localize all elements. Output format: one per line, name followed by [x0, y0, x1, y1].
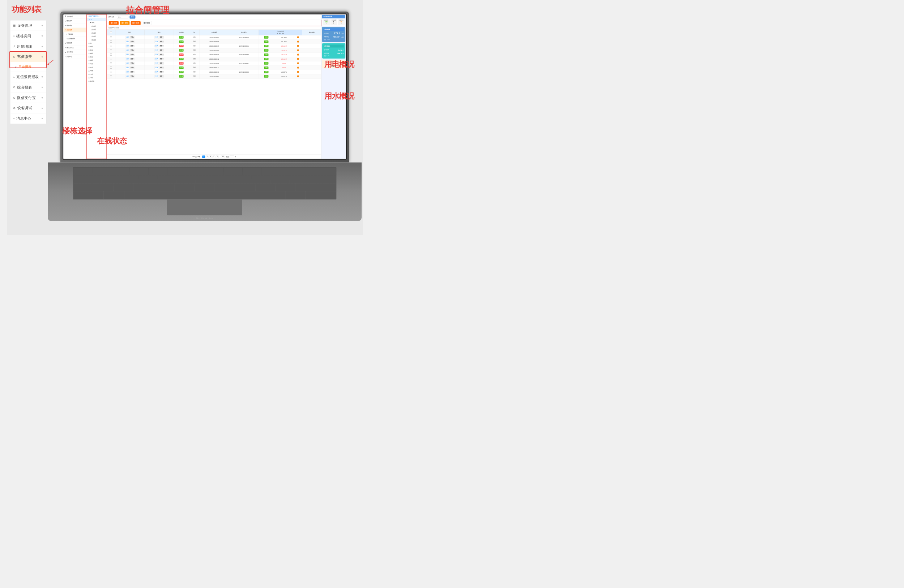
key[interactable]: [296, 184, 336, 191]
tree-4e[interactable]: □ 4#东: [87, 55, 106, 59]
spacebar-key[interactable]: [124, 191, 285, 199]
row-checkbox-5[interactable]: [110, 54, 112, 55]
tree-4n[interactable]: □ 4#西: [87, 52, 106, 55]
row-checkbox-8[interactable]: [110, 66, 112, 68]
valve-open-3[interactable]: 合闸: [125, 45, 130, 48]
sidebar-item-device-test[interactable]: ⚙ 设备调试 ∨: [10, 103, 46, 114]
tree-7n[interactable]: □ 7#北: [87, 73, 106, 76]
more-btn-6b[interactable]: 更多∨: [159, 58, 164, 60]
page-btn-4[interactable]: 4: [213, 155, 215, 158]
key[interactable]: [233, 176, 251, 183]
key[interactable]: [120, 176, 139, 183]
key[interactable]: [111, 168, 130, 175]
more-btn-10a[interactable]: 更多∨: [130, 75, 134, 78]
more-btn-4b[interactable]: 更多∨: [159, 49, 164, 52]
key[interactable]: [92, 168, 111, 175]
close-valve-btn-1[interactable]: 循环拉闸: [120, 21, 130, 25]
row-checkbox-6[interactable]: [110, 58, 112, 60]
more-btn-2b[interactable]: 更多∨: [159, 41, 164, 43]
row-checkbox-10[interactable]: [110, 75, 112, 77]
valve-close-8[interactable]: 拉闸: [155, 66, 159, 69]
more-btn-9a[interactable]: 更多∨: [130, 71, 134, 73]
key[interactable]: [186, 168, 205, 175]
key[interactable]: [270, 176, 289, 183]
key[interactable]: [285, 191, 305, 199]
valve-open-5[interactable]: 合闸: [125, 54, 130, 57]
tree-1f[interactable]: ▼ 1#: [87, 18, 106, 21]
key[interactable]: [158, 176, 176, 183]
tree-floor2[interactable]: □ 第2层: [87, 28, 106, 32]
sidebar-item-recharge-report[interactable]: □ 充值缴费报表 ∨: [10, 72, 46, 82]
more-btn-5b[interactable]: 更多∨: [159, 54, 164, 56]
inner-message-item[interactable]: ○ 消息中心: [63, 54, 87, 58]
more-btn-8a[interactable]: 更多∨: [130, 66, 134, 69]
key[interactable]: [280, 168, 299, 175]
key[interactable]: [102, 176, 120, 183]
key[interactable]: [224, 168, 242, 175]
more-btn-3a[interactable]: 更多∨: [130, 45, 134, 47]
more-btn-1b[interactable]: 更多∨: [159, 36, 164, 39]
key[interactable]: [308, 176, 336, 183]
key[interactable]: [306, 191, 336, 199]
key[interactable]: [174, 184, 194, 191]
key[interactable]: [134, 184, 154, 191]
more-btn-6a[interactable]: 更多∨: [130, 58, 134, 60]
sidebar-item-recharge[interactable]: ⊙ 充值缴费 ∨: [10, 52, 46, 62]
key[interactable]: [235, 184, 255, 191]
valve-close-4[interactable]: 拉闸: [155, 49, 159, 52]
sidebar-item-message[interactable]: ○ 消息中心 ∨: [10, 114, 46, 124]
outline-valve-btn[interactable]: 循环拉闸: [142, 21, 152, 25]
inner-recharge-report-item[interactable]: □ 充值缴费报表: [63, 36, 87, 41]
page-btn-13[interactable]: 13: [221, 155, 224, 158]
key[interactable]: [255, 184, 275, 191]
key[interactable]: [73, 176, 101, 183]
tree-floor5[interactable]: □ 第5层: [87, 38, 106, 42]
tree-5e[interactable]: □ 5#东: [87, 62, 106, 66]
trackpad[interactable]: [167, 199, 242, 215]
valve-close-7[interactable]: 拉闸: [155, 62, 159, 65]
tree-3e[interactable]: □ 3#东: [87, 49, 106, 52]
key[interactable]: [205, 168, 223, 175]
key[interactable]: [168, 168, 186, 175]
tree-floor1[interactable]: □ 第1层: [87, 25, 106, 28]
page-btn-5[interactable]: 5: [216, 155, 219, 158]
valve-open-10[interactable]: 合闸: [125, 75, 130, 78]
row-checkbox-4[interactable]: [110, 49, 112, 51]
tree-root[interactable]: □ 标准产城股份样...: [87, 14, 106, 18]
inner-device-item[interactable]: ☰ 设备管理: [63, 14, 87, 19]
tree-2f[interactable]: □ 2#: [87, 42, 106, 45]
valve-open-7[interactable]: 合闸: [125, 62, 130, 65]
more-btn-4a[interactable]: 更多∨: [130, 49, 134, 52]
valve-close-3[interactable]: 拉闸: [155, 45, 159, 48]
row-checkbox-1[interactable]: [110, 36, 112, 38]
row-checkbox-2[interactable]: [110, 41, 112, 42]
more-btn-10b[interactable]: 更多∨: [159, 75, 164, 78]
key[interactable]: [139, 176, 158, 183]
key[interactable]: [73, 168, 92, 175]
valve-close-1[interactable]: 拉闸: [155, 36, 159, 39]
more-btn-2a[interactable]: 更多∨: [130, 41, 134, 43]
valve-open-6[interactable]: 合闸: [125, 58, 130, 61]
goto-input[interactable]: [230, 155, 234, 158]
valve-open-2[interactable]: 合闸: [125, 41, 130, 43]
more-btn-1a[interactable]: 更多∨: [130, 36, 134, 39]
valve-close-10[interactable]: 拉闸: [155, 75, 159, 78]
key[interactable]: [194, 184, 215, 191]
inner-wechat-item[interactable]: ⊙ 微信支付宝: [63, 46, 87, 50]
valve-close-6[interactable]: 拉闸: [155, 58, 159, 61]
inner-device-test-item[interactable]: ⚙ 设备调试: [63, 50, 87, 54]
valve-open-4[interactable]: 合闸: [125, 49, 130, 52]
sidebar-item-report[interactable]: ✓ 用电报表: [10, 62, 46, 72]
key[interactable]: [104, 191, 124, 199]
key[interactable]: [73, 191, 103, 199]
inner-usage-item[interactable]: ↗ 用能明细: [63, 23, 87, 27]
more-btn-8b[interactable]: 更多∨: [159, 66, 164, 69]
valve-open-8[interactable]: 合闸: [125, 66, 130, 69]
key[interactable]: [215, 184, 235, 191]
key[interactable]: [252, 176, 270, 183]
valve-open-1[interactable]: 合闸: [125, 36, 130, 39]
open-valve-btn-2[interactable]: 循环合闸: [131, 21, 141, 25]
key[interactable]: [149, 168, 167, 175]
tree-8n[interactable]: □ 8#北化: [87, 79, 106, 83]
sidebar-item-wechat[interactable]: ⊙ 微信支付宝 ∨: [10, 93, 46, 103]
